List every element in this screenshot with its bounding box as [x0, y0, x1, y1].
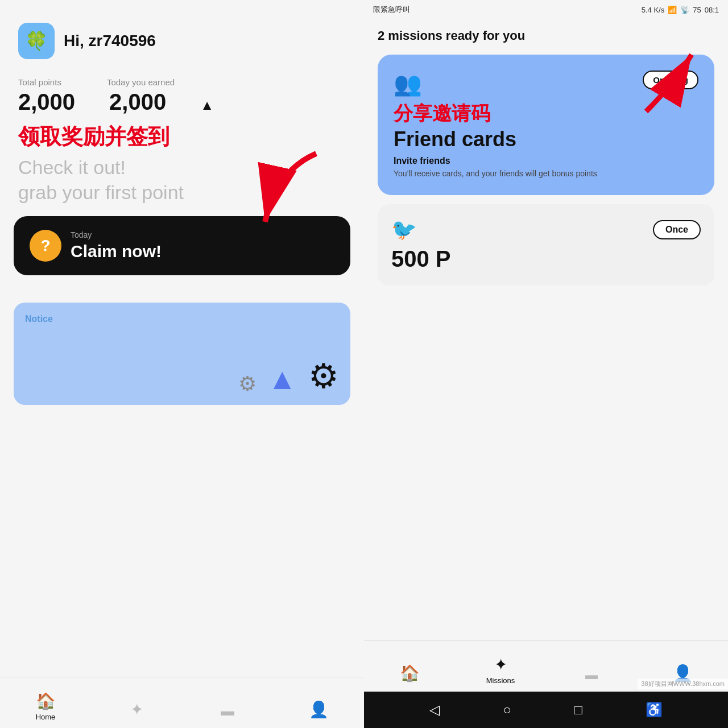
nav-missions-right[interactable]: ✦ Missions: [455, 655, 546, 685]
points-arrow-icon: ▲: [200, 97, 214, 113]
points-section: Total points Today you earned 2,000 2,00…: [0, 73, 364, 124]
status-bar: 限紧急呼叫 5.4 K/s 📶 📡 75 08:1: [364, 0, 728, 19]
gear-small-icon: ⚙: [238, 372, 257, 396]
watermark: 38好项目网WWW.38hxm.com: [638, 679, 728, 689]
notice-label: Notice: [25, 314, 339, 324]
missions-icon-right: ✦: [494, 655, 507, 674]
points-values: 2,000 2,000 ▲: [18, 89, 346, 115]
network-speed: 5.4 K/s: [642, 6, 664, 14]
battery-level: 75: [693, 6, 701, 14]
left-header: 🍀 Hi, zr740596: [0, 0, 364, 73]
app-logo: 🍀: [18, 23, 55, 59]
once-badge: Once: [653, 220, 701, 239]
red-arrow-left: [242, 148, 333, 239]
nav-profile[interactable]: 👤: [273, 700, 364, 721]
nav-home[interactable]: 🏠 Home: [0, 692, 91, 721]
coin-icon: ?: [30, 230, 61, 262]
cards-icon: ▬: [221, 703, 234, 719]
friend-card-description: You'll receive cards, and your friends w…: [394, 168, 698, 180]
twitter-points: 500 P: [391, 246, 701, 272]
nav-missions[interactable]: ✦: [91, 700, 182, 721]
signal-icon: 📶: [668, 6, 677, 14]
chinese-reward-text: 领取奖励并签到: [0, 124, 364, 150]
twitter-card-header: 🐦 Once: [391, 218, 701, 242]
red-arrow-right: [635, 38, 703, 117]
home-label: Home: [36, 713, 56, 721]
home-button[interactable]: ○: [503, 702, 511, 718]
profile-icon: 👤: [309, 700, 329, 719]
claim-now-button[interactable]: Claim now!: [71, 242, 334, 261]
total-points-label: Total points: [18, 77, 61, 87]
home-icon: 🏠: [36, 692, 56, 710]
friends-icon: 👥: [394, 71, 422, 97]
bottom-nav-left: 🏠 Home ✦ ▬ 👤: [0, 677, 364, 728]
status-right: 5.4 K/s 📶 📡 75 08:1: [642, 6, 719, 14]
points-labels: Total points Today you earned: [18, 77, 346, 87]
mountain-icon: ▲: [268, 362, 297, 396]
today-points-value: 2,000: [109, 89, 166, 115]
status-left: 限紧急呼叫: [373, 5, 410, 15]
missions-sparkle-icon: ✦: [130, 700, 143, 719]
home-icon-right: 🏠: [400, 664, 420, 682]
claim-card[interactable]: ? Today Claim now!: [14, 216, 350, 275]
recent-button[interactable]: □: [574, 702, 582, 718]
gear-large-icon: ⚙: [308, 356, 339, 396]
tagline-line2: grab your first point: [18, 181, 184, 203]
right-panel: 限紧急呼叫 5.4 K/s 📶 📡 75 08:1 2 missions rea…: [364, 0, 728, 728]
notice-icons: ⚙ ▲ ⚙: [238, 356, 339, 396]
notice-card: Notice ⚙ ▲ ⚙: [14, 303, 350, 405]
nav-home-right[interactable]: 🏠: [364, 664, 455, 685]
android-nav: ◁ ○ □ ♿: [364, 692, 728, 728]
today-earned-label: Today you earned: [107, 77, 175, 87]
time-display: 08:1: [705, 6, 719, 14]
twitter-icon: 🐦: [391, 218, 417, 242]
friend-card-title: Friend cards: [394, 127, 698, 151]
left-panel: 🍀 Hi, zr740596 Total points Today you ea…: [0, 0, 364, 728]
twitter-card[interactable]: 🐦 Once 500 P: [378, 204, 714, 286]
nav-cards[interactable]: ▬: [182, 703, 273, 721]
nav-cards-right[interactable]: ▬: [546, 668, 637, 685]
total-points-value: 2,000: [18, 89, 75, 115]
right-main: 2 missions ready for you 👥 Ongoing 分享邀请码…: [364, 19, 728, 640]
back-button[interactable]: ◁: [429, 702, 440, 718]
missions-label-right: Missions: [486, 676, 515, 685]
cards-icon-right: ▬: [585, 668, 598, 682]
tagline-line1: Check it out!: [18, 156, 126, 178]
wifi-icon: 📡: [680, 6, 689, 14]
assist-button[interactable]: ♿: [646, 702, 663, 718]
greeting-text: Hi, zr740596: [64, 32, 156, 50]
friend-card-subtitle: Invite friends: [394, 156, 698, 166]
friend-card[interactable]: 👥 Ongoing 分享邀请码 Friend cards Invite frie…: [378, 55, 714, 195]
